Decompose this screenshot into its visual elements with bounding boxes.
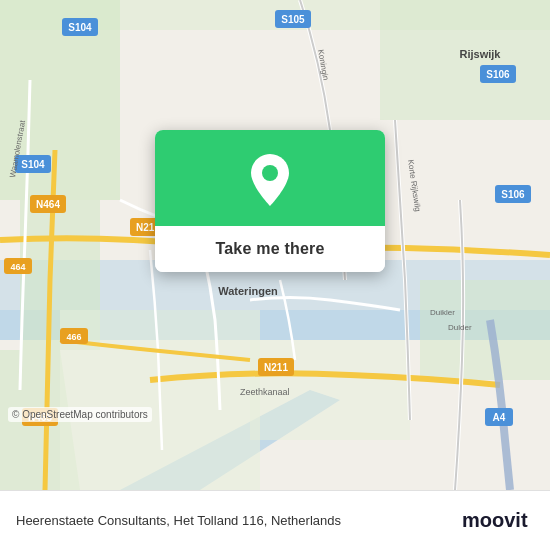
- svg-text:464: 464: [10, 262, 25, 272]
- take-me-there-button[interactable]: Take me there: [155, 226, 385, 272]
- svg-text:S104: S104: [21, 159, 45, 170]
- location-pin-icon: [246, 152, 294, 208]
- cta-icon-area: [155, 130, 385, 226]
- moovit-logo: moovit: [462, 505, 534, 537]
- svg-point-44: [262, 165, 278, 181]
- cta-popup: Take me there: [155, 130, 385, 272]
- address-line1: Heerenstaete Consultants, Het Tolland 11…: [16, 513, 267, 528]
- svg-text:Dulder: Dulder: [448, 323, 472, 332]
- map-container: S104 S104 S105 S106 S106 N211 N211 N464 …: [0, 0, 550, 490]
- svg-text:Wateringen: Wateringen: [218, 285, 278, 297]
- svg-text:Zeethkanaal: Zeethkanaal: [240, 387, 290, 397]
- address-text: Heerenstaete Consultants, Het Tolland 11…: [16, 513, 341, 528]
- svg-text:S106: S106: [501, 189, 525, 200]
- svg-text:S104: S104: [68, 22, 92, 33]
- bottom-bar: Heerenstaete Consultants, Het Tolland 11…: [0, 490, 550, 550]
- svg-text:A4: A4: [493, 412, 506, 423]
- address-country: Netherlands: [271, 513, 341, 528]
- svg-text:466: 466: [66, 332, 81, 342]
- svg-text:N211: N211: [264, 362, 288, 373]
- address-area: Heerenstaete Consultants, Het Tolland 11…: [16, 513, 341, 528]
- svg-text:Rijswijk: Rijswijk: [460, 48, 502, 60]
- svg-text:moovit: moovit: [462, 509, 528, 531]
- copyright-text: © OpenStreetMap contributors: [8, 407, 152, 422]
- svg-rect-7: [420, 280, 550, 380]
- svg-text:S105: S105: [281, 14, 305, 25]
- svg-text:Duikler: Duikler: [430, 308, 455, 317]
- svg-text:S106: S106: [486, 69, 510, 80]
- svg-text:N464: N464: [36, 199, 60, 210]
